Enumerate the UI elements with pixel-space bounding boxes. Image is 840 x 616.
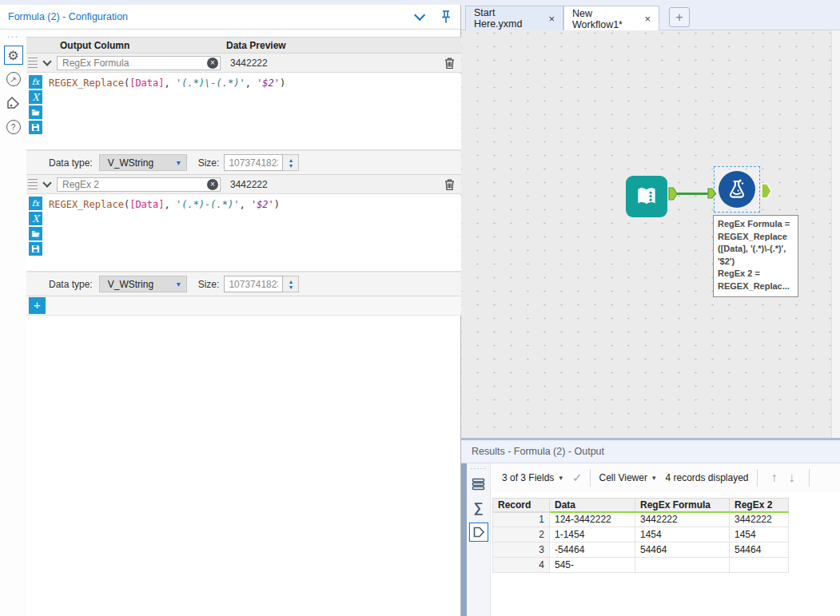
open-expression-icon[interactable] xyxy=(29,227,42,240)
canvas-vertical-scrollbar[interactable] xyxy=(831,30,840,438)
data-profile-icon[interactable] xyxy=(469,523,488,542)
records-displayed: 4 records displayed xyxy=(665,472,748,483)
drag-handle-icon[interactable] xyxy=(28,179,38,189)
output-column-input[interactable] xyxy=(57,177,221,192)
delete-formula-button[interactable] xyxy=(444,57,456,70)
regex-2-cell[interactable]: 54464 xyxy=(730,542,789,558)
delete-formula-button[interactable] xyxy=(444,178,456,191)
pin-icon[interactable] xyxy=(440,10,452,24)
metadata-view-icon[interactable]: ∑ xyxy=(469,499,488,518)
spinner-up-icon[interactable]: ▲ xyxy=(288,157,293,163)
size-spinner[interactable]: ▲ ▼ xyxy=(283,154,299,171)
configuration-tab-icon[interactable]: ⚙ xyxy=(4,46,23,65)
regex-formula-cell[interactable]: 3442222 xyxy=(635,512,730,527)
table-row[interactable]: 2 1-1454 1454 1454 xyxy=(493,527,789,542)
close-tab-icon[interactable]: × xyxy=(644,13,651,25)
regex-formula-cell[interactable] xyxy=(635,558,730,573)
add-formula-button[interactable]: + xyxy=(29,297,46,314)
spinner-up-icon[interactable]: ▲ xyxy=(288,279,293,284)
save-expression-icon[interactable] xyxy=(29,121,42,134)
formula-tool-input-anchor[interactable] xyxy=(707,188,716,199)
clear-name-icon[interactable]: × xyxy=(207,58,218,69)
new-tab-button[interactable]: + xyxy=(669,7,690,27)
text-input-tool[interactable] xyxy=(626,176,667,217)
input-tool-output-anchor[interactable] xyxy=(668,187,678,201)
results-toolbar: 3 of 3 Fields ▾ ✓ Cell Viewer ▾ 4 record… xyxy=(491,463,840,492)
column-header-regex-formula[interactable]: RegEx Formula xyxy=(635,499,730,512)
annotation-line: REGEX_Replac... xyxy=(718,280,794,293)
results-left-splitter[interactable] xyxy=(461,463,467,616)
expand-chevron-icon[interactable] xyxy=(42,57,51,66)
regex-2-cell[interactable]: 1454 xyxy=(730,527,789,542)
output-column-input[interactable] xyxy=(57,56,221,70)
workflow-tab-bar: Start Here.yxmd × New Workflow1* × + xyxy=(461,0,840,30)
table-row[interactable]: 4 545- xyxy=(493,558,789,573)
results-toolbar-grip[interactable]: ····· xyxy=(467,463,490,471)
tab-new-workflow[interactable]: New Workflow1* × xyxy=(563,6,659,31)
help-tab-icon[interactable]: ? xyxy=(4,117,23,137)
formula-tool-output-anchor[interactable] xyxy=(761,183,772,199)
regex-2-cell[interactable] xyxy=(730,558,789,573)
column-header-data[interactable]: Data xyxy=(550,499,635,512)
workflow-canvas[interactable]: RegEx Formula = REGEX_Replace ([Data], '… xyxy=(461,30,831,438)
variables-icon[interactable]: X xyxy=(29,212,42,225)
data-type-dropdown[interactable]: V_WString ▾ xyxy=(99,276,187,292)
scroll-up-icon[interactable]: ↑ xyxy=(771,471,778,485)
data-preview-header: Data Preview xyxy=(226,40,286,51)
table-row[interactable]: 1 124-3442222 3442222 3442222 xyxy=(493,512,789,527)
column-header-record[interactable]: Record xyxy=(493,499,550,512)
flask-icon xyxy=(725,177,749,201)
save-expression-icon[interactable] xyxy=(29,242,42,256)
annotation-line: ([Data], '(.*)\-(.*)', xyxy=(718,243,794,256)
data-cell[interactable]: -54464 xyxy=(550,542,635,558)
open-expression-icon[interactable] xyxy=(29,105,42,119)
functions-icon[interactable]: fx xyxy=(29,75,42,89)
table-row[interactable]: 3 -54464 54464 54464 xyxy=(493,542,789,558)
record-cell: 2 xyxy=(493,527,550,542)
variables-icon[interactable]: X xyxy=(29,90,42,104)
expand-chevron-icon[interactable] xyxy=(42,178,51,187)
cell-viewer-dropdown[interactable]: Cell Viewer ▾ xyxy=(599,472,655,483)
expression-toolbar: fx X xyxy=(29,75,42,136)
expression-code[interactable]: REGEX_Replace([Data], '(.*)\-(.*)', '$2'… xyxy=(49,77,285,89)
functions-icon[interactable]: fx xyxy=(29,197,42,210)
regex-formula-cell[interactable]: 1454 xyxy=(635,527,730,542)
data-type-row: Data type: V_WString ▾ Size: ▲ ▼ xyxy=(26,150,461,175)
data-preview-value: 3442222 xyxy=(230,179,444,190)
tab-label: Start Here.yxmd xyxy=(474,7,537,30)
tool-annotation[interactable]: RegEx Formula = REGEX_Replace ([Data], '… xyxy=(713,215,798,297)
table-view-icon[interactable] xyxy=(469,475,488,494)
data-type-dropdown[interactable]: V_WString ▾ xyxy=(99,154,187,171)
clear-name-icon[interactable]: × xyxy=(207,179,218,190)
spinner-down-icon[interactable]: ▼ xyxy=(288,163,293,169)
data-cell[interactable]: 545- xyxy=(550,558,635,573)
side-toolbar-grip[interactable]: ∙∙∙ xyxy=(0,30,26,41)
data-cell[interactable]: 124-3442222 xyxy=(550,512,635,527)
results-table: Record Data RegEx Formula RegEx 2 1 124-… xyxy=(492,498,789,573)
dropdown-arrow-icon: ▾ xyxy=(652,474,656,482)
size-spinner[interactable]: ▲ ▼ xyxy=(283,276,299,292)
column-header-regex-2[interactable]: RegEx 2 xyxy=(730,499,789,512)
tab-start-here[interactable]: Start Here.yxmd × xyxy=(465,6,563,30)
data-cell[interactable]: 1-1454 xyxy=(550,527,635,542)
expression-editor[interactable]: fx X REGEX_Replace([Data], '(.*)\-(.*)',… xyxy=(26,74,461,150)
scroll-down-icon[interactable]: ↓ xyxy=(789,471,795,485)
navigation-tab-icon[interactable]: ↗ xyxy=(4,70,23,89)
fields-dropdown[interactable]: 3 of 3 Fields ▾ xyxy=(502,472,563,483)
configuration-title: Formula (2) - Configuration xyxy=(8,11,414,22)
collapse-chevron-icon[interactable] xyxy=(414,10,425,21)
formula-tool[interactable] xyxy=(719,171,755,208)
expression-code[interactable]: REGEX_Replace([Data], '(.*)-(.*)', '$2') xyxy=(49,199,280,210)
size-input[interactable] xyxy=(225,276,282,292)
drag-handle-icon[interactable] xyxy=(28,58,38,68)
apply-check-icon[interactable]: ✓ xyxy=(572,471,583,485)
regex-formula-cell[interactable]: 54464 xyxy=(635,542,730,558)
close-tab-icon[interactable]: × xyxy=(548,13,555,25)
spinner-down-icon[interactable]: ▼ xyxy=(288,284,293,290)
cell-viewer-label: Cell Viewer xyxy=(599,472,647,483)
regex-2-cell[interactable]: 3442222 xyxy=(730,512,789,527)
size-input[interactable] xyxy=(225,155,282,170)
annotation-tab-icon[interactable] xyxy=(4,93,23,113)
expression-editor[interactable]: fx X REGEX_Replace([Data], '(.*)-(.*)', … xyxy=(26,195,461,272)
output-column-header: Output Column xyxy=(60,40,220,51)
